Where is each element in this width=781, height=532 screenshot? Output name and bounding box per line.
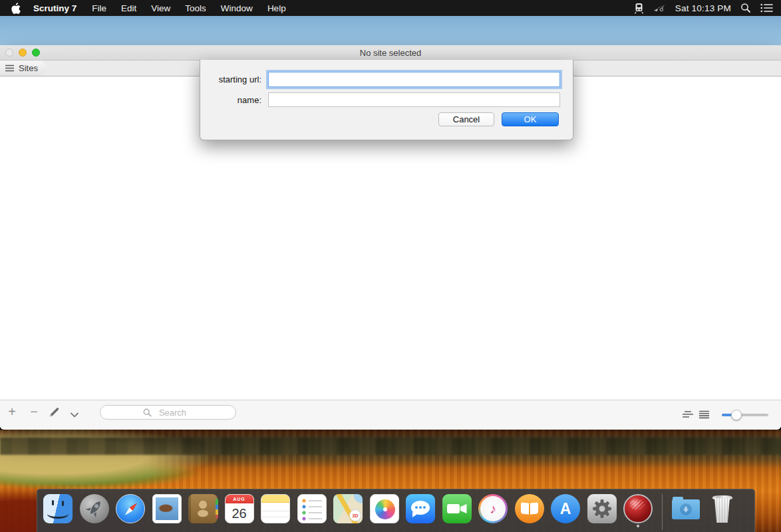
ok-button[interactable]: OK [502,112,559,126]
new-site-dialog: starting url: name: Cancel OK [200,60,573,140]
maps-3d-badge: 3D [349,509,361,521]
notification-center-icon[interactable] [760,3,773,13]
remove-site-button[interactable]: − [26,404,42,419]
dock-item-itunes[interactable]: ♪ [478,494,508,523]
menu-view[interactable]: View [144,3,178,13]
dock-item-photos[interactable] [370,494,399,523]
calendar-day: 26 [226,503,253,523]
wallpaper-treeline [0,438,781,455]
speech-bubble [411,501,430,515]
apple-menu-icon[interactable] [4,3,27,14]
menu-window[interactable]: Window [214,3,260,13]
dock-item-system-preferences[interactable] [587,494,617,523]
dock-item-maps[interactable]: 3D [333,494,363,523]
music-note-icon: ♪ [480,496,506,521]
stamp-eagle [156,497,178,520]
slider-thumb[interactable] [731,410,742,420]
chevron-down-icon[interactable] [71,408,78,420]
train-icon[interactable] [634,3,644,14]
search-input[interactable] [100,406,235,419]
rocket-icon [80,494,108,523]
menu-file[interactable]: File [84,3,114,13]
dock: AUG 26 3D ♪ A [37,489,755,532]
dock-item-finder[interactable] [43,494,73,523]
large-rows-icon[interactable] [699,410,709,422]
download-arrow-icon [683,507,689,513]
add-site-button[interactable]: + [4,404,20,419]
dock-item-downloads-folder[interactable] [671,494,701,523]
compass-needle [123,501,138,517]
dock-item-launchpad[interactable] [80,494,109,523]
window-title: No site selected [360,48,422,58]
hamburger-icon [5,65,14,72]
search-field[interactable] [100,405,236,420]
zoom-button[interactable] [32,49,40,57]
menu-bar: Scrutiny 7 File Edit View Tools Window H… [0,0,781,16]
menu-bar-clock[interactable]: Sat 10:13 PM [675,3,731,13]
video-camera-icon [447,504,460,513]
paper-plane-icon[interactable] [653,3,666,13]
running-indicator [637,525,639,527]
dock-item-app-store[interactable]: A [551,494,580,523]
gear-icon [590,497,614,521]
dock-item-messages[interactable] [406,494,435,523]
minimize-button[interactable] [19,49,27,57]
starting-url-label: starting url: [200,74,261,84]
active-app-name[interactable]: Scrutiny 7 [27,3,84,13]
desktop-wallpaper-sky [0,16,781,45]
cancel-button[interactable]: Cancel [438,112,494,126]
name-input[interactable] [268,92,560,107]
calendar-month: AUG [226,495,253,503]
dock-item-calendar[interactable]: AUG 26 [225,494,254,523]
trash-basket-icon [714,498,731,523]
dock-item-trash[interactable] [708,494,737,523]
open-book-icon [521,502,529,514]
dock-item-scrutiny[interactable] [623,494,653,523]
breadcrumb-sites-tab[interactable]: Sites [0,61,49,76]
dock-item-mail[interactable] [152,494,182,523]
dock-item-reminders[interactable] [297,494,327,523]
starting-url-input[interactable] [268,72,560,87]
dock-item-safari[interactable] [116,494,145,523]
dock-divider [662,494,663,530]
small-rows-icon[interactable] [683,410,693,422]
edit-pencil-icon[interactable] [48,406,61,422]
spotlight-search-icon[interactable] [740,3,751,13]
breadcrumb-label: Sites [19,63,38,73]
window-title-bar[interactable]: No site selected [0,45,781,61]
photos-flower [375,499,395,519]
menu-help[interactable]: Help [260,3,293,13]
dock-item-ibooks[interactable] [515,494,544,523]
traffic-lights [5,49,40,57]
menu-edit[interactable]: Edit [114,3,144,13]
name-label: name: [200,95,261,105]
dock-item-contacts[interactable] [188,494,218,523]
dock-item-facetime[interactable] [442,494,472,523]
close-button[interactable] [5,49,13,57]
menu-tools[interactable]: Tools [178,3,214,13]
bottom-toolbar: + − [0,400,781,428]
dock-item-notes[interactable] [261,494,290,523]
row-size-slider[interactable] [722,414,768,416]
